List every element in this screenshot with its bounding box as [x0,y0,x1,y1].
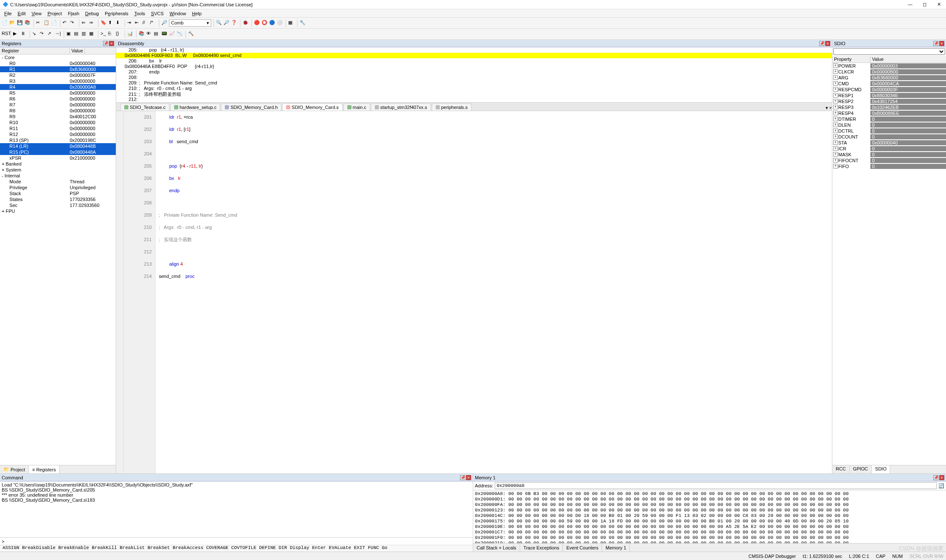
bookmark-icon[interactable]: 🔖 [101,20,107,27]
code-line-203[interactable]: bl send_cmd [159,136,832,148]
periph-tab-SDIO[interactable]: SDIO [872,465,890,473]
btab-Memory-1[interactable]: Memory 1 [602,544,630,552]
disasm-line[interactable]: 0x08004486 F000F803 BL.W 0x08004490 send… [116,53,832,58]
code-view[interactable]: ldr r1, =rca ldr r1, [r1] bl send_cmd po… [155,111,832,473]
reg-xPSR[interactable]: xPSR0x21000000 [0,155,116,161]
prop-MASK[interactable]: MASK0 [832,152,946,158]
step-icon[interactable]: ↘ [32,31,39,38]
prop-FIFO[interactable]: FIFO0 [832,163,946,169]
reg-R15PC[interactable]: R15 (PC)0x0800448A [0,149,116,155]
pin-icon[interactable]: 📌 [933,475,938,480]
disasm-line[interactable]: 211: ; 添终帮档爵釜荞暄 [116,91,832,97]
code-line-214[interactable]: send_cmd proc [159,270,832,283]
close-icon[interactable]: × [109,41,114,46]
find3-icon[interactable]: 🔎 [224,20,230,27]
debug-icon[interactable]: 🐞 [243,20,249,27]
memory-dump[interactable]: 0x200000A8: 00 00 6B B3 00 00 00 00 00 0… [473,490,946,543]
bp-disable-icon[interactable]: ⭕ [262,20,268,27]
bp-kill-icon[interactable]: ⚪ [277,20,284,27]
reg-R6[interactable]: R60x00000000 [0,96,116,102]
analyze-icon[interactable]: 📈 [169,31,176,38]
new-icon[interactable]: 📄 [2,20,8,27]
disasm-line[interactable]: 210: ; Args: r0 - cmd, r1 - arg [116,86,832,91]
outdent-icon[interactable]: ⇤ [135,20,142,27]
prop-DTIMER[interactable]: DTIMER0 [832,116,946,122]
tabs-dropdown-icon[interactable]: ▾ [826,105,828,110]
code-line-212[interactable] [159,246,832,258]
win1-icon[interactable]: ▣ [66,31,73,38]
serial-icon[interactable]: 📟 [161,31,168,38]
menu-svcs[interactable]: SVCS [148,10,166,17]
help-icon[interactable]: ❓ [231,20,238,27]
reg-States[interactable]: States1770293356 [0,196,116,202]
disasm-line[interactable]: 206: bx lr [116,58,832,64]
minimize-button[interactable]: — [905,2,915,7]
run-icon[interactable]: ▶ [13,31,20,38]
prop-CMD[interactable]: CMD0x000004CA [832,81,946,87]
reg-Banked[interactable]: + Banked [0,161,116,167]
reg-Sec[interactable]: Sec177.02933560 [0,202,116,208]
nav-fwd-icon[interactable]: ⇒ [89,20,96,27]
code-line-211[interactable]: ; 实现这个函数 [159,234,832,246]
prop-DLEN[interactable]: DLEN0 [832,122,946,128]
cmd-icon[interactable]: >_ [101,31,107,38]
sym-icon[interactable]: {} [116,31,123,38]
btab-Call-Stack-+-Locals[interactable]: Call Stack + Locals [473,544,520,552]
tab-project[interactable]: 📁 Project [0,465,29,473]
disasm-line[interactable]: 0x0800448A E8BD4FF0 POP {r4-r11,lr} [116,64,832,69]
win3-icon[interactable]: ▥ [82,31,88,38]
menu-file[interactable]: File [2,10,14,17]
prop-CLKCR[interactable]: CLKCR0x00000B00 [832,69,946,75]
tab-SDIO_Memory_Card.s[interactable]: SDIO_Memory_Card.s [282,103,342,111]
property-grid[interactable]: POWER0x00000003CLKCR0x00000B00ARG0xB3680… [832,63,946,465]
menu-help[interactable]: Help [189,10,204,17]
disasm-icon[interactable]: ⎘ [108,31,115,38]
menu-project[interactable]: Project [45,10,64,17]
paste-icon[interactable]: 📄 [51,20,58,27]
prop-POWER[interactable]: POWER0x00000003 [832,63,946,69]
reg-R3[interactable]: R30x00000000 [0,78,116,84]
mem-refresh-icon[interactable]: 🔄 [938,483,944,489]
periph-select[interactable] [833,48,945,55]
nav-back-icon[interactable]: ⇐ [82,20,88,27]
open-icon[interactable]: 📂 [9,20,16,27]
code-line-204[interactable] [159,148,832,160]
uncomment-icon[interactable]: /* [150,20,157,27]
btab-Trace-Exceptions[interactable]: Trace Exceptions [520,544,563,552]
win-icon[interactable]: ▦ [288,20,295,27]
prop-DCTRL[interactable]: DCTRL0 [832,128,946,134]
prop-RESP4[interactable]: RESP40xB00088EE [832,110,946,116]
menu-window[interactable]: Window [167,10,188,17]
stepover-icon[interactable]: ↷ [40,31,46,38]
tab-SDIO_Memory_Card.h[interactable]: SDIO_Memory_Card.h [221,103,281,111]
reg-System[interactable]: + System [0,167,116,173]
disasm-line[interactable]: 209: ; Priviate Function Name: Send_cmd [116,80,832,86]
reg-R1[interactable]: R10xB3680000 [0,66,116,72]
cut-icon[interactable]: ✂ [36,20,43,27]
reg-FPU[interactable]: + FPU [0,208,116,214]
pin-icon[interactable]: 📌 [460,475,465,480]
breakpoint-margin[interactable] [116,111,124,473]
code-line-202[interactable]: ldr r1, [r1] [159,123,832,136]
reg-Internal[interactable]: - Internal [0,173,116,179]
pin-icon[interactable]: 📌 [933,41,938,46]
prop-RESP3[interactable]: RESP30x102462EB [832,104,946,110]
trace-icon[interactable]: 📉 [177,31,183,38]
code-editor[interactable]: 2012022032042052062072082092102112122132… [116,111,832,473]
win2-icon[interactable]: ▤ [74,31,81,38]
reg-R0[interactable]: R00x00000040 [0,60,116,66]
save-icon[interactable]: 💾 [17,20,24,27]
reg-tree[interactable]: - Core R00x00000040 R10xB3680000 R20x000… [0,54,116,465]
watch-icon[interactable]: 👁 [146,31,153,38]
disasm-line[interactable]: 212: [116,97,832,102]
prop-RESPCMD[interactable]: RESPCMD0x0000003F [832,87,946,92]
reg-R13SP[interactable]: R13 (SP)0x2000198C [0,137,116,143]
reg-Mode[interactable]: ModeThread [0,179,116,185]
stack-icon[interactable]: 📚 [139,31,145,38]
close-icon[interactable]: × [939,475,944,480]
command-output[interactable]: Load "C:\\Users\\swp19\\Documents\\KEIL\… [0,481,473,537]
bp-enable-icon[interactable]: 🔵 [269,20,276,27]
reg-R2[interactable]: R20x0000007F [0,72,116,78]
close-icon[interactable]: × [939,41,944,46]
menu-flash[interactable]: Flash [65,10,82,17]
